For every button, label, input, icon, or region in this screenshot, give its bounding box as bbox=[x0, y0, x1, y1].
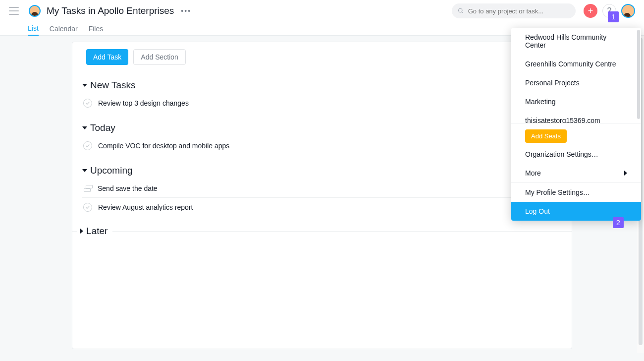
task-name: Review August analytics report bbox=[98, 203, 193, 211]
section-title: New Tasks bbox=[90, 80, 136, 91]
section-later: Later bbox=[72, 226, 572, 237]
task-name: Send save the date bbox=[98, 184, 158, 192]
search-icon bbox=[458, 7, 464, 14]
search-input[interactable] bbox=[468, 7, 570, 15]
scrollbar[interactable] bbox=[637, 30, 640, 119]
org-item[interactable]: thisisatestorg15369.com bbox=[511, 111, 641, 123]
complete-checkbox[interactable] bbox=[83, 99, 92, 108]
annotation-badge-2: 2 bbox=[613, 217, 624, 228]
add-seats-button[interactable]: Add Seats bbox=[525, 129, 567, 143]
profile-dropdown: Redwood Hills Community Center Greenhill… bbox=[511, 28, 641, 221]
workspace-avatar[interactable] bbox=[29, 5, 41, 17]
global-search[interactable] bbox=[452, 3, 576, 18]
caret-down-icon bbox=[82, 126, 87, 129]
section-upcoming: Upcoming Send save the date Ann Review A… bbox=[72, 157, 572, 219]
org-list: Redwood Hills Community Center Greenhill… bbox=[511, 28, 641, 123]
add-task-button[interactable]: Add Task bbox=[86, 49, 128, 65]
task-row[interactable]: Send save the date Ann bbox=[82, 179, 562, 198]
section-title: Upcoming bbox=[90, 165, 133, 176]
profile-settings-item[interactable]: My Profile Settings… bbox=[511, 183, 641, 202]
org-item[interactable]: Redwood Hills Community Center bbox=[511, 28, 641, 55]
org-item[interactable]: Marketing bbox=[511, 92, 641, 111]
section-header-later[interactable]: Later bbox=[80, 226, 107, 237]
caret-down-icon bbox=[82, 84, 87, 87]
menu-toggle-icon[interactable] bbox=[9, 7, 19, 15]
section-title: Today bbox=[90, 122, 115, 133]
section-header-today[interactable]: Today bbox=[82, 122, 562, 133]
task-row[interactable]: Review August analytics report bbox=[82, 198, 562, 217]
topbar: My Tasks in Apollo Enterprises ••• + ? bbox=[0, 0, 644, 22]
section-today: Today Compile VOC for desktop and mobile… bbox=[72, 115, 572, 157]
chevron-right-icon bbox=[624, 171, 627, 176]
task-name: Compile VOC for desktop and mobile apps bbox=[98, 142, 229, 150]
task-row[interactable]: Compile VOC for desktop and mobile apps … bbox=[82, 136, 562, 155]
org-settings-item[interactable]: Organization Settings… bbox=[511, 145, 641, 164]
annotation-badge-1: 1 bbox=[608, 11, 619, 22]
svg-line-1 bbox=[462, 12, 463, 13]
section-new-tasks: New Tasks Review top 3 design changes bbox=[72, 72, 572, 115]
tab-calendar[interactable]: Calendar bbox=[50, 22, 78, 36]
tab-list[interactable]: List bbox=[28, 22, 39, 36]
page-title: My Tasks in Apollo Enterprises bbox=[47, 5, 174, 16]
org-item[interactable]: Greenhills Community Centre bbox=[511, 55, 641, 73]
section-header-new-tasks[interactable]: New Tasks bbox=[82, 80, 562, 91]
subtask-icon bbox=[84, 185, 92, 192]
complete-checkbox[interactable] bbox=[83, 203, 92, 212]
task-name: Review top 3 design changes bbox=[98, 99, 189, 107]
task-panel: Add Task Add Section New Tasks Review to… bbox=[72, 42, 572, 349]
global-add-button[interactable]: + bbox=[584, 4, 597, 18]
org-item[interactable]: Personal Projects bbox=[511, 73, 641, 92]
more-actions-icon[interactable]: ••• bbox=[181, 7, 191, 15]
tab-files[interactable]: Files bbox=[89, 22, 104, 36]
task-row[interactable]: Review top 3 design changes bbox=[82, 94, 562, 113]
add-section-button[interactable]: Add Section bbox=[133, 49, 186, 65]
caret-down-icon bbox=[82, 169, 87, 172]
svg-point-0 bbox=[459, 8, 462, 12]
more-item[interactable]: More bbox=[511, 164, 641, 182]
section-title: Later bbox=[86, 226, 107, 237]
panel-actions: Add Task Add Section bbox=[72, 42, 572, 72]
caret-right-icon bbox=[80, 229, 83, 234]
profile-avatar-button[interactable] bbox=[621, 4, 635, 18]
section-header-upcoming[interactable]: Upcoming bbox=[82, 165, 562, 176]
complete-checkbox[interactable] bbox=[83, 141, 92, 150]
